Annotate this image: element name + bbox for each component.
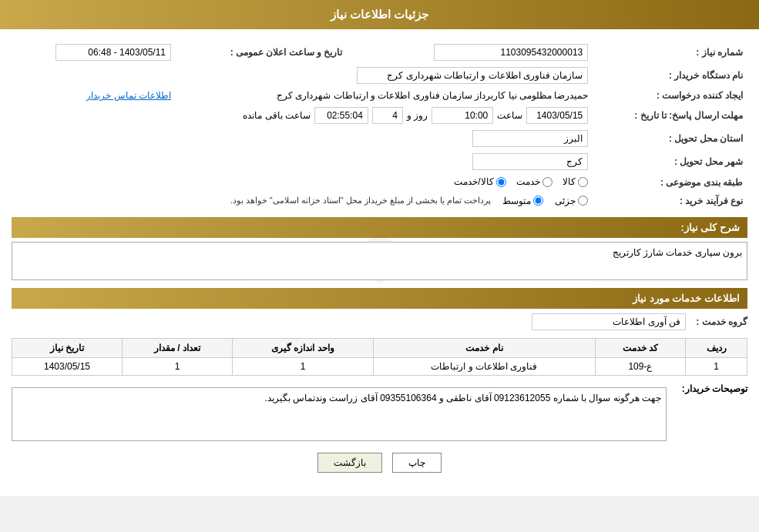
radio-kala-input[interactable]	[578, 177, 588, 187]
khadamat-header: اطلاعات خدمات مورد نیاز	[12, 288, 747, 309]
namDastgah-value: سازمان فناوری اطلاعات و ارتباطات شهرداری…	[12, 64, 593, 87]
col-tedad: تعداد / مقدار	[123, 338, 233, 357]
shahr-label: شهر محل تحویل :	[593, 150, 747, 173]
sharh-header: شرح کلی نیاز:	[12, 217, 747, 238]
col-vahed: واحد اندازه گیری	[232, 338, 373, 357]
radio-jozvi-text: جزئی	[555, 196, 576, 206]
shomareNiaz-field: 1103095432000013	[434, 44, 588, 61]
radio-motavaset-text: متوسط	[502, 196, 531, 206]
mohlat-mande: 02:55:04	[314, 107, 368, 124]
khadamat-section: اطلاعات خدمات مورد نیاز گروه خدمت : فن آ…	[12, 288, 747, 376]
mohlat-label: مهلت ارسال پاسخ: تا تاریخ :	[593, 104, 747, 127]
radio-khadamat-text: خدمت	[516, 176, 540, 187]
radio-motavaset-label[interactable]: متوسط	[502, 196, 543, 206]
radio-kala-khadamat-text: کالا/خدمت	[454, 176, 493, 187]
ostan-value: البرز	[12, 127, 593, 150]
ostan-field: البرز	[472, 130, 588, 147]
services-table: ردیف کد خدمت نام خدمت واحد اندازه گیری ت…	[12, 338, 747, 376]
shahr-value: کرج	[12, 150, 593, 173]
radio-kala-text: کالا	[563, 176, 576, 187]
table-row: 1 ع-109 فناوری اطلاعات و ارتباطات 1 1 14…	[12, 357, 747, 375]
radio-kala-label[interactable]: کالا	[563, 176, 588, 187]
grohe-field: فن آوری اطلاعات	[532, 313, 686, 330]
tarikh-field: 1403/05/11 - 06:48	[55, 44, 171, 61]
radio-kala-khadamat-label[interactable]: کالا/خدمت	[454, 176, 505, 187]
radio-jozvi-label[interactable]: جزئی	[555, 196, 588, 206]
page-header: جزئیات اطلاعات نیاز	[0, 0, 759, 29]
noeFarayand-label: نوع فرآیند خرید :	[593, 192, 747, 209]
shahr-field: کرج	[472, 153, 588, 170]
tosih-section: توصیحات خریدار: جهت هرگونه سوال با شماره…	[12, 383, 747, 441]
cell-tedad: 1	[123, 357, 233, 375]
mohlat-saat: 10:00	[432, 107, 493, 124]
shomareNiaz-label: شماره نیاز :	[593, 41, 747, 64]
cell-tarikh: 1403/05/15	[12, 357, 123, 375]
namDastgah-label: نام دستگاه خریدار :	[593, 64, 747, 87]
mohlat-row: 1403/05/15 ساعت 10:00 روز و 4 02:55:04 س…	[12, 104, 593, 127]
mohlat-saat-label: ساعت	[497, 110, 522, 121]
col-tarikh: تاریخ نیاز	[12, 338, 123, 357]
cell-kod: ع-109	[595, 357, 686, 375]
mohlat-date: 1403/05/15	[526, 107, 588, 124]
radio-khadamat-input[interactable]	[542, 177, 552, 187]
farayand-desc: پرداخت تمام یا بخشی از مبلغ خریداز محل "…	[230, 196, 492, 206]
col-nam: نام خدمت	[374, 338, 596, 357]
ettelaatTamas-link[interactable]: اطلاعات تماس خریدار	[86, 90, 171, 101]
cell-nam: فناوری اطلاعات و ارتباطات	[374, 357, 596, 375]
radio-khadamat-label[interactable]: خدمت	[516, 176, 552, 187]
info-table: شماره نیاز : 1103095432000013 تاریخ و سا…	[12, 41, 747, 209]
sharh-box: برون سپاری خدمات شارژ کارتریج	[12, 242, 747, 280]
radio-jozvi-input[interactable]	[578, 196, 588, 206]
page-title: جزئیات اطلاعات نیاز	[331, 8, 428, 21]
radio-motavaset-input[interactable]	[533, 196, 543, 206]
col-kod: کد خدمت	[595, 338, 686, 357]
tabaqe-label: طبقه بندی موضوعی :	[593, 173, 747, 192]
col-radif: ردیف	[686, 338, 747, 357]
mohlat-roz: 4	[372, 107, 403, 124]
grohe-row: گروه خدمت : فن آوری اطلاعات	[12, 313, 747, 330]
noeFarayand-row: جزئی متوسط پرداخت تمام یا بخشی از مبلغ خ…	[12, 192, 593, 209]
ostan-label: استان محل تحویل :	[593, 127, 747, 150]
buttons-row: چاپ بازگشت	[12, 453, 747, 473]
mohlat-mande-label: ساعت باقی مانده	[243, 110, 311, 121]
tosihKharidar-label: توصیحات خریدار:	[670, 383, 747, 394]
chap-button[interactable]: چاپ	[392, 453, 442, 473]
sharh-section: شرح کلی نیاز: AnahTender برون سپاری خدما…	[12, 217, 747, 280]
ijadKonande-text: حمیدرضا مظلومی نیا کاربرداز سازمان فناور…	[277, 90, 588, 101]
grohe-label: گروه خدمت :	[686, 316, 747, 327]
mohlat-roz-label: روز و	[407, 110, 428, 121]
cell-radif: 1	[686, 357, 747, 375]
tarikh-value: 1403/05/11 - 06:48	[12, 41, 176, 64]
tarikh-label: تاریخ و ساعت اعلان عمومی :	[176, 41, 347, 64]
cell-vahed: 1	[232, 357, 373, 375]
bazgasht-button[interactable]: بازگشت	[317, 453, 382, 473]
shomareNiaz-value: 1103095432000013	[362, 41, 593, 64]
ijadKonande-label: ایجاد کننده درخواست :	[593, 87, 747, 104]
namDastgah-field: سازمان فناوری اطلاعات و ارتباطات شهرداری…	[357, 67, 588, 84]
tosih-box: جهت هرگونه سوال با شماره 09123612055 آقا…	[12, 387, 667, 441]
radio-kala-khadamat-input[interactable]	[496, 177, 506, 187]
ijadKonande-value: حمیدرضا مظلومی نیا کاربرداز سازمان فناور…	[176, 87, 593, 104]
tabaqe-radios: کالا خدمت کالا/خدمت	[12, 173, 593, 192]
